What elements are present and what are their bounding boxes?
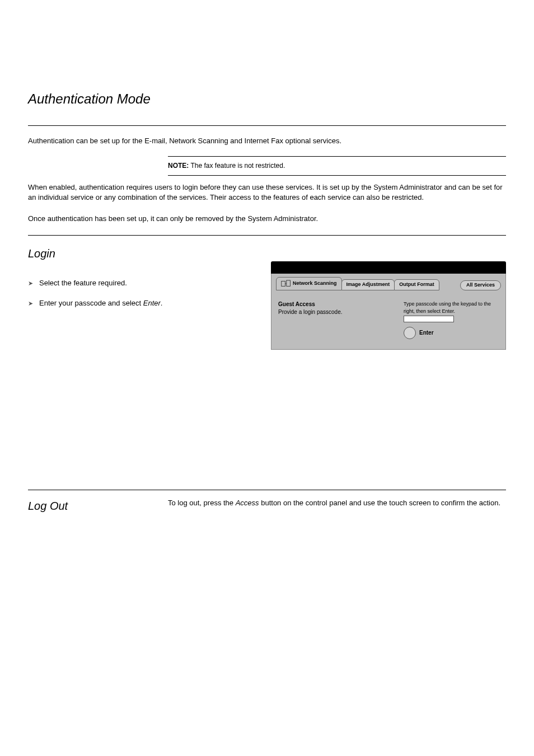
screenshot-body: Network Scanning Image Adjustment Output… xyxy=(271,274,506,350)
logout-heading: Log Out xyxy=(28,498,168,514)
tab-output-format[interactable]: Output Format xyxy=(394,279,439,290)
logout-text: To log out, press the Access button on t… xyxy=(168,498,506,508)
page-title: Authentication Mode xyxy=(28,90,506,109)
passcode-instruction: Type passcode using the keypad to the ri… xyxy=(404,300,499,314)
divider xyxy=(28,235,506,236)
arrow-icon: ➤ xyxy=(28,278,39,288)
guest-access-subtitle: Provide a login passcode. xyxy=(278,308,343,316)
tab-network-scanning[interactable]: Network Scanning xyxy=(276,277,342,290)
note-line: NOTE: The fax feature is not restricted. xyxy=(168,158,506,174)
note-label: NOTE: xyxy=(168,162,189,170)
screenshot-titlebar xyxy=(271,261,506,274)
scan-icon xyxy=(281,280,291,288)
enter-button[interactable] xyxy=(404,327,416,339)
passcode-input[interactable] xyxy=(404,316,454,322)
bullet-item: ➤ Select the feature required. xyxy=(28,278,271,288)
tab-row: Network Scanning Image Adjustment Output… xyxy=(276,277,501,290)
logout-section: Log Out To log out, press the Access but… xyxy=(28,490,506,514)
body-paragraph: Once authentication has been set up, it … xyxy=(28,214,506,224)
bullet-text: Enter your passcode and select Enter. xyxy=(39,298,271,308)
divider xyxy=(28,125,506,126)
screenshot: Network Scanning Image Adjustment Output… xyxy=(271,261,506,350)
bullet-item: ➤ Enter your passcode and select Enter. xyxy=(28,298,271,308)
svg-rect-1 xyxy=(287,280,291,287)
svg-rect-0 xyxy=(282,281,285,287)
body-paragraph: When enabled, authentication requires us… xyxy=(28,182,506,203)
tab-all-services[interactable]: All Services xyxy=(460,280,501,290)
bullet-text: Select the feature required. xyxy=(39,278,271,288)
tab-label: Network Scanning xyxy=(293,281,337,287)
divider xyxy=(168,156,506,157)
arrow-icon: ➤ xyxy=(28,298,39,308)
tab-image-adjustment[interactable]: Image Adjustment xyxy=(341,279,395,290)
login-heading: Login xyxy=(28,246,168,261)
login-section: Login xyxy=(28,246,506,261)
enter-label: Enter xyxy=(419,329,434,337)
divider xyxy=(28,490,506,490)
intro-text: Authentication can be set up for the E-m… xyxy=(28,136,506,146)
guest-access-title: Guest Access xyxy=(278,300,343,308)
divider xyxy=(168,175,506,176)
note-text: The fax feature is not restricted. xyxy=(190,162,285,170)
note-block: NOTE: The fax feature is not restricted. xyxy=(168,156,506,176)
